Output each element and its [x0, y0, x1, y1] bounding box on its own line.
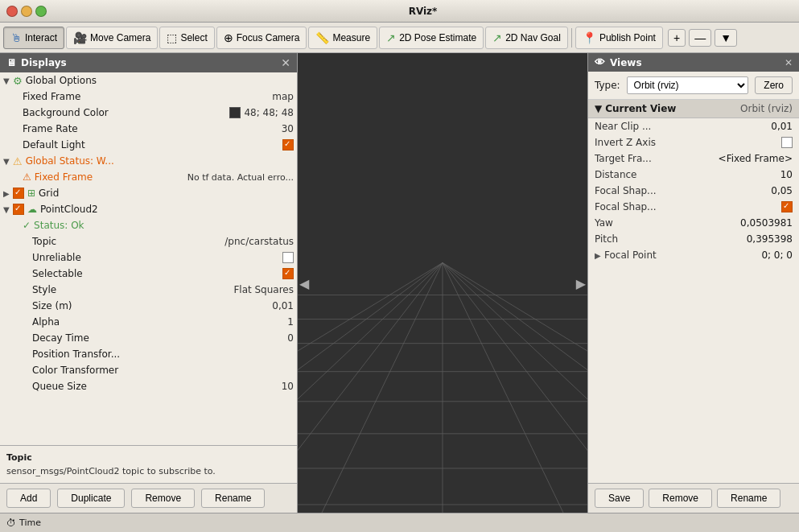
- selectable-checkbox[interactable]: [282, 268, 294, 279]
- tree-item-pos-transform[interactable]: Position Transfor...: [0, 346, 297, 362]
- tree-item-status-ok[interactable]: ✓ Status: Ok: [0, 217, 297, 233]
- global-status-label: Global Status: W...: [26, 155, 294, 167]
- interact-icon: 🖱: [10, 31, 22, 44]
- remove-display-button[interactable]: —: [689, 29, 711, 47]
- unreliable-checkbox[interactable]: [282, 252, 294, 263]
- view-row-pitch[interactable]: Pitch 0,395398: [588, 231, 799, 247]
- viewport-arrow-right[interactable]: ▶: [576, 275, 586, 291]
- tree-item-default-light[interactable]: Default Light: [0, 137, 297, 153]
- bg-color-label: Background Color: [23, 107, 181, 118]
- interact-button[interactable]: 🖱 Interact: [3, 27, 64, 49]
- view-row-yaw[interactable]: Yaw 0,0503981: [588, 215, 799, 231]
- tree-item-size[interactable]: Size (m) 0,01: [0, 298, 297, 314]
- nav-goal-button[interactable]: ↗ 2D Nav Goal: [485, 27, 568, 49]
- toolbar: 🖱 Interact 🎥 Move Camera ⬚ Select ⊕ Focu…: [0, 23, 799, 53]
- info-panel: Topic sensor_msgs/PointCloud2 topic to s…: [0, 445, 297, 483]
- grid-checkbox[interactable]: [13, 188, 24, 199]
- tree-item-global-status[interactable]: ▼ ⚠ Global Status: W...: [0, 153, 297, 169]
- tree-item-queue-size[interactable]: Queue Size 10: [0, 378, 297, 394]
- time-icon: ⏱: [6, 518, 16, 529]
- focus-camera-icon: ⊕: [224, 31, 233, 44]
- rename-button[interactable]: Rename: [201, 489, 265, 508]
- fixed-frame-status-icon: ⚠: [23, 171, 31, 183]
- toolbar-separator: [571, 28, 572, 47]
- move-camera-button[interactable]: 🎥 Move Camera: [66, 27, 158, 49]
- window-controls[interactable]: [6, 6, 47, 17]
- view-row-distance[interactable]: Distance 10: [588, 167, 799, 183]
- focal-point-toggle[interactable]: ▶: [595, 251, 604, 260]
- type-row: Type: Orbit (rviz) Zero: [588, 72, 799, 100]
- add-display-button[interactable]: +: [668, 29, 686, 47]
- view-row-invert-z[interactable]: Invert Z Axis: [588, 134, 799, 151]
- view-row-focal-point[interactable]: ▶ Focal Point 0; 0; 0: [588, 247, 799, 263]
- type-select[interactable]: Orbit (rviz): [627, 76, 749, 94]
- tree-item-fixed-frame-status[interactable]: ⚠ Fixed Frame No tf data. Actual erro...: [0, 169, 297, 185]
- views-close-button[interactable]: ✕: [785, 57, 793, 68]
- select-button[interactable]: ⬚ Select: [159, 27, 214, 49]
- duplicate-button[interactable]: Duplicate: [57, 489, 125, 508]
- toggle-global-status[interactable]: ▼: [3, 157, 13, 166]
- fixed-frame-status-value: No tf data. Actual erro...: [181, 172, 294, 183]
- current-view-header: ▼ Current View Orbit (rviz): [588, 100, 799, 118]
- minimize-button[interactable]: [21, 6, 32, 17]
- view-row-focal-shape1[interactable]: Focal Shap... 0,05: [588, 183, 799, 199]
- zero-button[interactable]: Zero: [755, 76, 793, 94]
- focal-shape2-checkbox[interactable]: [781, 201, 793, 212]
- tree-item-alpha[interactable]: Alpha 1: [0, 314, 297, 330]
- tree-item-frame-rate[interactable]: Frame Rate 30: [0, 121, 297, 137]
- pose-estimate-button[interactable]: ↗ 2D Pose Estimate: [379, 27, 484, 49]
- fixed-frame-value: map: [181, 91, 294, 102]
- tree-item-topic[interactable]: Topic /pnc/carstatus: [0, 233, 297, 250]
- invert-z-checkbox[interactable]: [781, 137, 793, 148]
- tree-item-unreliable[interactable]: Unreliable: [0, 250, 297, 266]
- views-save-button[interactable]: Save: [595, 489, 644, 508]
- tree-item-grid[interactable]: ▶ ⊞ Grid: [0, 185, 297, 201]
- add-button[interactable]: Add: [6, 489, 51, 508]
- views-header: 👁 Views ✕: [588, 53, 799, 72]
- displays-panel: 🖥 Displays ✕ ▼ ⚙ Global Options Fixed Fr…: [0, 53, 298, 513]
- near-clip-value: 0,01: [712, 121, 793, 132]
- global-status-icon: ⚠: [13, 155, 23, 167]
- toggle-global-options[interactable]: ▼: [3, 76, 13, 85]
- viewport-arrow-left[interactable]: ◀: [299, 275, 309, 291]
- bg-color-swatch: [229, 107, 241, 118]
- tree-item-bg-color[interactable]: Background Color 48; 48; 48: [0, 105, 297, 121]
- current-view-toggle[interactable]: ▼: [595, 103, 602, 114]
- tree-item-color-transformer[interactable]: Color Transformer: [0, 362, 297, 378]
- selectable-value: [181, 268, 294, 280]
- fixed-frame-status-label: Fixed Frame: [35, 171, 181, 183]
- default-light-checkbox[interactable]: [282, 139, 294, 151]
- tree-item-pointcloud2[interactable]: ▼ ☁ PointCloud2: [0, 201, 297, 217]
- view-row-target-frame[interactable]: Target Fra... <Fixed Frame>: [588, 151, 799, 167]
- publish-point-button[interactable]: 📍 Publish Point: [575, 27, 663, 49]
- toggle-pointcloud2[interactable]: ▼: [3, 205, 13, 214]
- decay-time-value: 0: [181, 332, 294, 344]
- displays-close-button[interactable]: ✕: [281, 56, 290, 69]
- focus-camera-button[interactable]: ⊕ Focus Camera: [216, 27, 307, 49]
- focus-camera-label: Focus Camera: [237, 32, 300, 43]
- tree-item-decay-time[interactable]: Decay Time 0: [0, 330, 297, 346]
- tree-item-fixed-frame[interactable]: Fixed Frame map: [0, 89, 297, 105]
- tree-item-style[interactable]: Style Flat Squares: [0, 282, 297, 298]
- tree-item-selectable[interactable]: Selectable: [0, 266, 297, 282]
- more-button[interactable]: ▼: [715, 29, 737, 47]
- views-header-icon: 👁: [595, 56, 605, 68]
- measure-button[interactable]: 📏 Measure: [308, 27, 377, 49]
- view-row-near-clip[interactable]: Near Clip ... 0,01: [588, 118, 799, 134]
- main-area: 🖥 Displays ✕ ▼ ⚙ Global Options Fixed Fr…: [0, 53, 799, 513]
- view-row-focal-shape2[interactable]: Focal Shap...: [588, 199, 799, 215]
- remove-button[interactable]: Remove: [131, 489, 195, 508]
- pos-transform-label: Position Transfor...: [32, 348, 181, 360]
- close-button[interactable]: [6, 6, 18, 17]
- views-remove-button[interactable]: Remove: [649, 489, 712, 508]
- pointcloud2-checkbox[interactable]: [13, 204, 24, 215]
- viewport[interactable]: ◀ ▶: [298, 53, 587, 513]
- selectable-label: Selectable: [32, 268, 181, 279]
- maximize-button[interactable]: [35, 6, 47, 17]
- toggle-grid[interactable]: ▶: [3, 189, 13, 198]
- near-clip-label: Near Clip ...: [595, 121, 712, 132]
- tree-item-global-options[interactable]: ▼ ⚙ Global Options: [0, 72, 297, 89]
- 3d-viewport-canvas[interactable]: [298, 53, 587, 513]
- default-light-value: [181, 139, 294, 151]
- views-rename-button[interactable]: Rename: [717, 489, 780, 508]
